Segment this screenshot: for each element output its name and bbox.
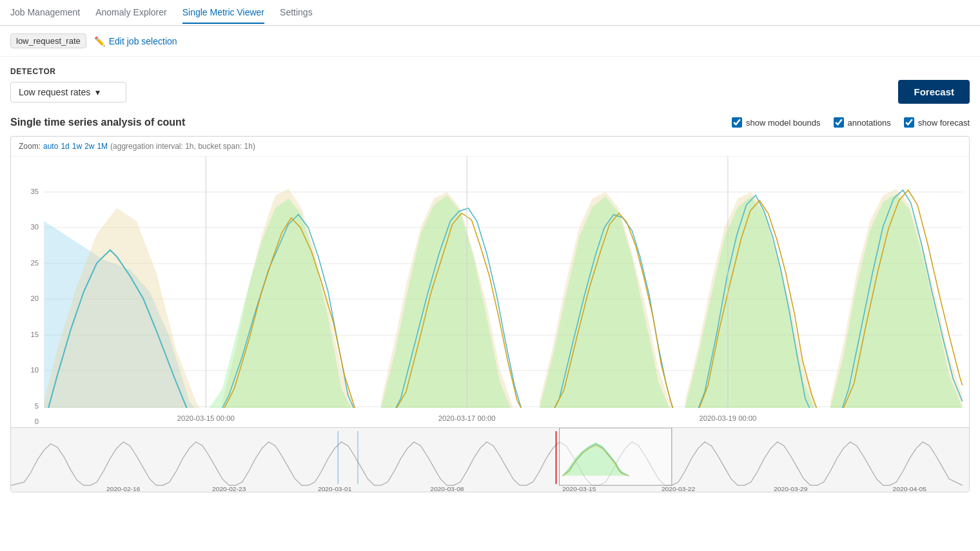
zoom-1m[interactable]: 1M [97,142,108,151]
chart-top-bar: Zoom: auto 1d 1w 2w 1M (aggregation inte… [11,137,969,157]
show-forecast-label: show forecast [918,118,970,128]
svg-text:30: 30 [31,223,39,231]
chart-container: Zoom: auto 1d 1w 2w 1M (aggregation inte… [10,136,970,492]
show-forecast-input[interactable] [904,117,914,128]
show-model-bounds-input[interactable] [732,117,742,128]
svg-text:2020-03-17 00:00: 2020-03-17 00:00 [438,414,496,422]
top-bar: low_request_rate ✏️ Edit job selection [0,26,980,57]
nav-settings[interactable]: Settings [280,2,313,24]
chart-controls: show model bounds annotations show forec… [732,117,970,128]
zoom-1d[interactable]: 1d [61,142,69,151]
svg-text:5: 5 [35,402,39,410]
svg-text:2020-02-16: 2020-02-16 [106,485,141,492]
svg-text:25: 25 [31,259,39,267]
svg-text:2020-03-22: 2020-03-22 [662,485,696,492]
zoom-2w[interactable]: 2w [84,142,94,151]
main-chart: 35 30 25 20 15 10 5 0 [11,157,969,427]
show-model-bounds-label: show model bounds [746,118,821,128]
agg-info: (aggregation interval: 1h, bucket span: … [110,142,255,151]
svg-text:2020-02-23: 2020-02-23 [212,485,246,492]
show-forecast-checkbox[interactable]: show forecast [904,117,970,128]
svg-text:2020-03-29: 2020-03-29 [774,485,808,492]
annotations-checkbox[interactable]: annotations [834,117,891,128]
detector-row: Low request rates ▾ Forecast [10,80,970,104]
edit-job-button[interactable]: ✏️ Edit job selection [94,36,177,46]
annotations-label: annotations [848,118,891,128]
svg-rect-26 [11,428,969,492]
main-chart-svg: 35 30 25 20 15 10 5 0 [11,157,969,427]
detector-label: Detector [10,67,970,76]
job-badge: low_request_rate [10,34,86,48]
zoom-1w[interactable]: 1w [72,142,82,151]
svg-text:0: 0 [35,418,39,425]
chevron-down-icon: ▾ [95,87,100,97]
svg-text:2020-03-19 00:00: 2020-03-19 00:00 [699,414,756,422]
mini-chart-svg: 2020-02-16 2020-02-23 2020-03-01 2020-03… [11,428,969,492]
chart-header: Single time series analysis of count sho… [10,117,970,128]
zoom-auto[interactable]: auto [43,142,58,151]
edit-job-label: Edit job selection [109,36,177,46]
nav-job-management[interactable]: Job Management [10,2,80,24]
svg-text:10: 10 [31,366,39,374]
nav-single-metric-viewer[interactable]: Single Metric Viewer [182,2,264,24]
detector-section: Detector Low request rates ▾ Forecast [0,57,980,109]
svg-text:20: 20 [31,295,39,302]
show-model-bounds-checkbox[interactable]: show model bounds [732,117,821,128]
svg-text:2020-03-15: 2020-03-15 [562,485,596,492]
nav-bar: Job Management Anomaly Explorer Single M… [0,0,980,26]
forecast-button[interactable]: Forecast [898,80,970,104]
chart-title: Single time series analysis of count [10,117,185,128]
chart-section: Single time series analysis of count sho… [0,109,980,500]
edit-icon: ✏️ [94,36,105,46]
svg-text:2020-04-05: 2020-04-05 [893,485,927,492]
detector-selected-value: Low request rates [19,87,90,97]
svg-text:2020-03-15 00:00: 2020-03-15 00:00 [177,414,235,422]
svg-text:15: 15 [31,331,39,338]
mini-chart: 2020-02-16 2020-02-23 2020-03-01 2020-03… [11,427,969,492]
annotations-input[interactable] [834,117,844,128]
svg-text:35: 35 [31,188,39,195]
nav-anomaly-explorer[interactable]: Anomaly Explorer [95,2,167,24]
detector-select[interactable]: Low request rates ▾ [10,82,126,102]
svg-text:2020-03-01: 2020-03-01 [318,485,352,492]
zoom-label: Zoom: [19,142,41,151]
svg-text:2020-03-08: 2020-03-08 [430,485,464,492]
